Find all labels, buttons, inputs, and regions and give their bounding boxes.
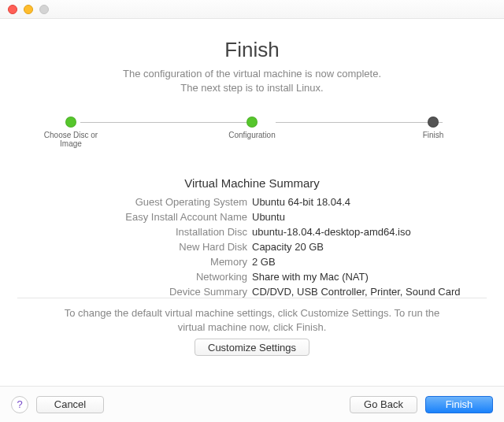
step-dot-done-icon [65,117,76,128]
step-choose-disc: Choose Disc or Image [39,117,102,148]
summary-label: Guest Operating System [16,196,252,208]
summary-value: Ubuntu 64-bit 18.04.4 [252,196,350,208]
summary-rows: Guest Operating System Ubuntu 64-bit 18.… [16,196,488,298]
step-label: Choose Disc or Image [39,131,102,148]
summary-label: Easy Install Account Name [16,211,252,223]
summary-row-memory: Memory 2 GB [16,256,488,268]
window-minimize-icon[interactable] [24,5,33,14]
step-finish: Finish [402,117,465,139]
summary-row-hard-disk: New Hard Disk Capacity 20 GB [16,241,488,253]
footer-bar: ? Cancel Go Back Finish [0,386,504,422]
subtitle-line2: The next step is to install Linux. [180,82,323,94]
go-back-button[interactable]: Go Back [350,396,417,413]
page-title: Finish [16,38,488,62]
step-label: Finish [423,131,444,139]
summary-label: Networking [16,271,252,283]
summary-value: Capacity 20 GB [252,241,324,253]
step-configuration: Configuration [220,117,284,139]
wizard-stepper: Choose Disc or Image Configuration Finis… [39,117,465,148]
summary-label: Device Summary [16,286,252,298]
page-subtitle: The configuration of the virtual machine… [16,67,488,94]
summary-value: Share with my Mac (NAT) [252,271,369,283]
summary-label: Memory [16,256,252,268]
subtitle-line1: The configuration of the virtual machine… [123,68,381,80]
summary-value: ubuntu-18.04.4-desktop-amd64.iso [252,226,411,238]
help-button[interactable]: ? [11,396,28,413]
summary-row-easy-install: Easy Install Account Name Ubuntu [16,211,488,223]
window-titlebar [0,0,504,19]
summary-value: CD/DVD, USB Controller, Printer, Sound C… [252,286,460,298]
cancel-button[interactable]: Cancel [36,396,104,413]
footer-note-line2: virtual machine now, click Finish. [178,321,327,333]
summary-value: Ubuntu [252,211,285,223]
summary-row-install-disc: Installation Disc ubuntu-18.04.4-desktop… [16,226,488,238]
footer-note: To change the default virtual machine se… [17,298,487,334]
summary-row-guest-os: Guest Operating System Ubuntu 64-bit 18.… [16,196,488,208]
step-dot-done-icon [246,117,258,128]
summary-title: Virtual Machine Summary [16,176,488,190]
finish-button[interactable]: Finish [425,396,493,413]
customize-settings-button[interactable]: Customize Settings [195,339,309,356]
step-label: Configuration [228,131,275,139]
summary-row-networking: Networking Share with my Mac (NAT) [16,271,488,283]
summary-label: Installation Disc [16,226,252,238]
summary-row-device-summary: Device Summary CD/DVD, USB Controller, P… [16,286,488,298]
window-zoom-icon [39,5,49,14]
help-icon: ? [17,398,22,410]
step-dot-current-icon [428,117,439,128]
summary-value: 2 GB [252,256,276,268]
footer-note-line1: To change the default virtual machine se… [65,307,440,319]
summary-label: New Hard Disk [16,241,252,253]
window-close-icon[interactable] [8,5,17,14]
